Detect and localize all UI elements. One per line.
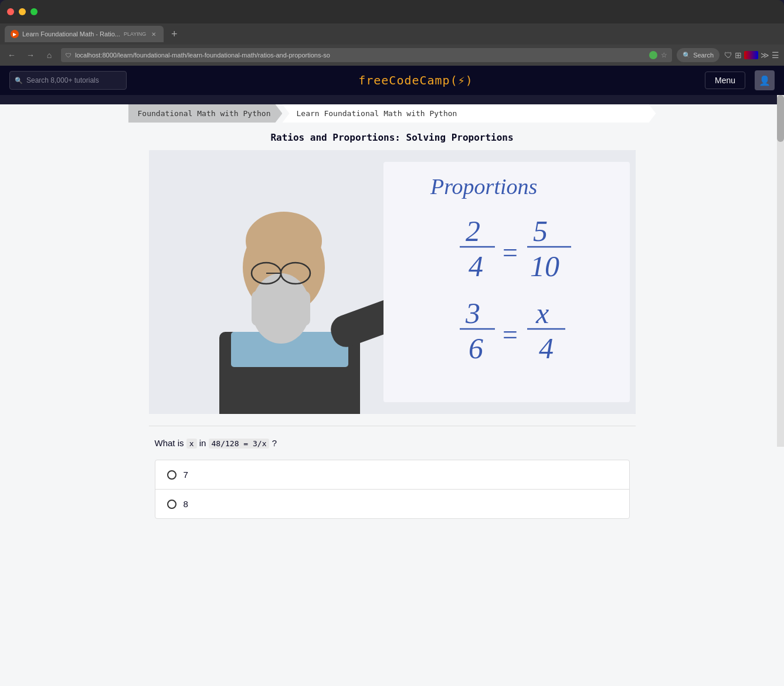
question-text-before: What is [155,438,184,448]
whiteboard-scene: Proportions 2 4 = 5 10 [149,150,636,414]
menu-icon[interactable]: ☰ [772,50,779,60]
radio-button-7[interactable] [167,470,177,480]
scrollbar-thumb[interactable] [777,95,784,142]
fcc-logo-symbol: (⚡) [450,73,473,87]
url-text: localhost:8000/learn/foundational-math/l… [75,52,330,59]
search-label: Search [693,52,714,59]
section-divider [149,426,636,426]
toolbar-icons: 🛡 ⊞ ≫ ☰ [724,50,779,60]
svg-text:=: = [501,237,519,267]
variable-code: x [186,439,197,449]
breadcrumb: Foundational Math with Python Learn Foun… [128,104,656,123]
green-dot-icon [649,51,657,59]
answer-option-8[interactable]: 8 [155,490,629,518]
more-icon[interactable]: ≫ [761,50,769,60]
search-placeholder: Search 8,000+ tutorials [26,76,99,84]
tab-playing: PLAYING [124,31,146,37]
url-bar: ← → ⌂ 🛡 localhost:8000/learn/foundationa… [0,45,784,66]
breadcrumb-label-2: Learn Foundational Math with Python [296,109,457,118]
video-container: Proportions 2 4 = 5 10 [149,150,636,414]
lesson-title: Ratios and Proportions: Solving Proporti… [128,132,656,143]
question-in-text: in [199,438,206,448]
fcc-logo: freeCodeCamp(⚡) [136,73,695,87]
svg-text:10: 10 [530,250,559,283]
breadcrumb-label-1: Foundational Math with Python [138,109,271,118]
traffic-light-yellow[interactable] [19,8,26,15]
svg-text:4: 4 [539,332,554,365]
fcc-logo-text: freeCodeCamp [358,73,450,87]
search-icon: 🔍 [683,52,691,59]
svg-text:4: 4 [469,250,483,283]
forward-button[interactable]: → [23,48,38,62]
svg-text:3: 3 [465,297,480,330]
scrollbar-track [777,95,784,447]
new-tab-button[interactable]: + [166,26,182,42]
tab-label: Learn Foundational Math - Ratio... [22,30,120,38]
search-icon: 🔍 [15,77,23,84]
svg-text:x: x [535,297,549,330]
svg-point-2 [246,212,322,270]
traffic-light-green[interactable] [30,8,38,15]
equation-code: 48/128 = 3/x [209,439,270,449]
answer-label-8: 8 [184,499,188,509]
fcc-header: 🔍 Search 8,000+ tutorials freeCodeCamp(⚡… [0,66,784,95]
question-section: What is x in 48/128 = 3/x ? 7 8 [149,426,636,519]
user-avatar[interactable]: 👤 [755,70,775,90]
main-content: Foundational Math with Python Learn Foun… [0,104,784,686]
question-text-after: ? [272,438,277,448]
answer-options: 7 8 [155,460,630,519]
avatar-icon: 👤 [759,75,771,86]
answer-label-7: 7 [184,470,188,480]
tutorial-search-input[interactable]: 🔍 Search 8,000+ tutorials [9,71,127,90]
question-text: What is x in 48/128 = 3/x ? [149,438,636,448]
svg-text:Proportions: Proportions [430,174,537,199]
radio-button-8[interactable] [167,500,177,509]
bookmark-icon[interactable]: ☆ [661,51,667,59]
shield-icon-2[interactable]: 🛡 [724,50,732,60]
window-chrome [0,0,784,23]
shield-icon: 🛡 [66,52,72,59]
lesson-title-text: Ratios and Proportions: Solving Proporti… [270,132,513,143]
tab-close-button[interactable]: ✕ [150,30,158,38]
svg-text:2: 2 [466,215,480,247]
svg-rect-8 [252,291,310,326]
traffic-light-red[interactable] [7,8,14,15]
url-field[interactable]: 🛡 localhost:8000/learn/foundational-math… [61,48,672,62]
tab-bar: ▶ Learn Foundational Math - Ratio... PLA… [0,23,784,45]
breadcrumb-item-2[interactable]: Learn Foundational Math with Python [282,104,656,123]
browser-tab[interactable]: ▶ Learn Foundational Math - Ratio... PLA… [5,26,164,42]
svg-text:6: 6 [469,332,483,365]
breadcrumb-item-1[interactable]: Foundational Math with Python [128,104,283,123]
svg-text:=: = [501,320,519,349]
extensions-icon[interactable]: ⊞ [735,50,742,60]
back-button[interactable]: ← [5,48,19,62]
home-button[interactable]: ⌂ [42,48,56,62]
video-player[interactable]: Proportions 2 4 = 5 10 [149,150,636,414]
tab-favicon: ▶ [11,30,19,38]
search-button[interactable]: 🔍 Search [677,48,719,62]
menu-button[interactable]: Menu [705,72,745,89]
answer-option-7[interactable]: 7 [155,460,629,490]
theme-icon[interactable] [744,51,758,59]
svg-text:5: 5 [533,215,548,247]
